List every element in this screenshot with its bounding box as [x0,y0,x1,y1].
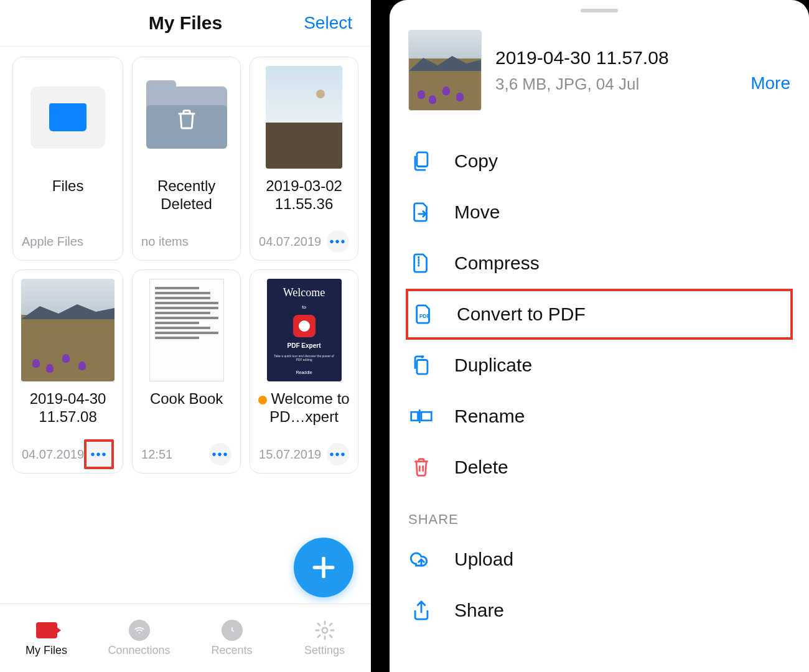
file-thumbnail [408,30,482,111]
svg-rect-1 [417,152,428,167]
rename-icon [408,407,434,426]
file-actions-sheet: 2019-04-30 11.57.08 3,6 MB, JPG, 04 Jul … [390,0,809,672]
tab-settings[interactable]: Settings [278,604,371,672]
file-meta: 3,6 MB, JPG, 04 Jul [495,75,737,94]
tab-bar: My Files Connections Recents Settings [0,604,371,672]
file-photo-flowers[interactable]: 2019-04-30 11.57.08 04.07.2019 [12,269,123,474]
action-convert-to-pdf[interactable]: PDF Convert to PDF [406,289,793,340]
action-delete[interactable]: Delete [390,442,809,493]
share-icon [408,599,434,622]
share-section-header: SHARE [390,493,809,534]
card-title: 2019-03-02 11.55.36 [256,177,352,213]
file-photo-landscape[interactable]: 2019-03-02 11.55.36 04.07.2019 [250,57,358,261]
card-title: Recently Deleted [139,177,234,213]
file-grid: Files Apple Files Recently Deleted no it… [0,47,371,483]
action-upload[interactable]: Upload [390,534,809,585]
compress-icon [408,251,434,275]
trash-folder-icon [146,86,227,149]
svg-point-0 [322,628,327,633]
folder-files[interactable]: Files Apple Files [12,57,123,261]
more-icon[interactable] [327,443,349,465]
card-title: Cook Book [139,390,234,426]
action-duplicate[interactable]: Duplicate [390,340,809,391]
file-welcome-pdf[interactable]: Welcome to PDF Expert Take a quick tour … [250,269,358,474]
svg-rect-4 [411,412,418,421]
actions-list: Copy Move Compress PDF Convert to PDF Du… [390,136,809,493]
tab-my-files[interactable]: My Files [0,604,93,672]
wifi-icon [129,620,150,641]
card-title: Files [19,177,116,213]
more-button[interactable]: More [751,73,790,93]
card-meta: 04.07.2019 [259,235,321,249]
card-title: 2019-04-30 11.57.08 [19,390,116,426]
card-meta: 04.07.2019 [22,447,84,462]
file-cook-book[interactable]: Cook Book 12:51 [132,269,241,474]
card-title: Welcome to PD…xpert [256,390,352,426]
tab-connections[interactable]: Connections [93,604,185,672]
more-icon[interactable] [209,443,231,465]
file-name: 2019-04-30 11.57.08 [495,47,737,68]
action-compress[interactable]: Compress [390,238,809,289]
action-copy[interactable]: Copy [390,136,809,187]
select-button[interactable]: Select [296,13,352,33]
file-detail-header: 2019-04-30 11.57.08 3,6 MB, JPG, 04 Jul … [390,12,809,117]
svg-rect-5 [421,412,431,421]
folder-recently-deleted[interactable]: Recently Deleted no items [132,57,241,261]
duplicate-icon [408,353,434,377]
tab-recents[interactable]: Recents [185,604,278,672]
page-title: My Files [149,12,222,34]
action-share[interactable]: Share [390,585,809,636]
svg-text:PDF: PDF [419,313,430,319]
more-icon[interactable] [84,439,114,469]
move-icon [408,200,434,224]
card-meta: 12:51 [141,447,172,462]
add-button[interactable] [294,538,353,597]
unread-dot-icon [258,396,267,404]
note-thumbnail [149,279,224,381]
pdf-thumbnail: Welcome to PDF Expert Take a quick tour … [267,279,342,381]
trash-icon [408,456,434,478]
action-rename[interactable]: Rename [390,391,809,442]
card-meta: no items [141,235,189,249]
cloud-upload-icon [408,549,434,570]
photo-thumbnail [21,279,115,381]
svg-rect-3 [417,360,428,375]
my-files-icon [36,622,57,638]
more-icon[interactable] [327,230,349,253]
plus-icon [310,554,337,581]
photo-thumbnail [266,66,342,169]
copy-icon [408,149,434,173]
clock-icon [222,620,243,641]
pdf-icon: PDF [411,302,437,326]
navbar: My Files Select [0,0,371,47]
action-move[interactable]: Move [390,187,809,238]
gear-icon [314,619,336,642]
card-meta: 15.07.2019 [259,447,321,462]
card-meta: Apple Files [22,235,83,249]
files-screen: My Files Select Files Apple Files Recent… [0,0,371,672]
folder-icon [30,86,105,149]
